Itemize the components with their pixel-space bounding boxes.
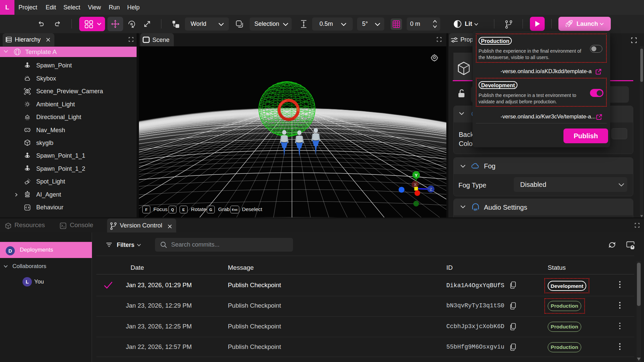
svg-text:X: X: [414, 182, 417, 187]
svg-text:Y: Y: [414, 173, 417, 178]
svg-text:Z: Z: [430, 187, 432, 192]
